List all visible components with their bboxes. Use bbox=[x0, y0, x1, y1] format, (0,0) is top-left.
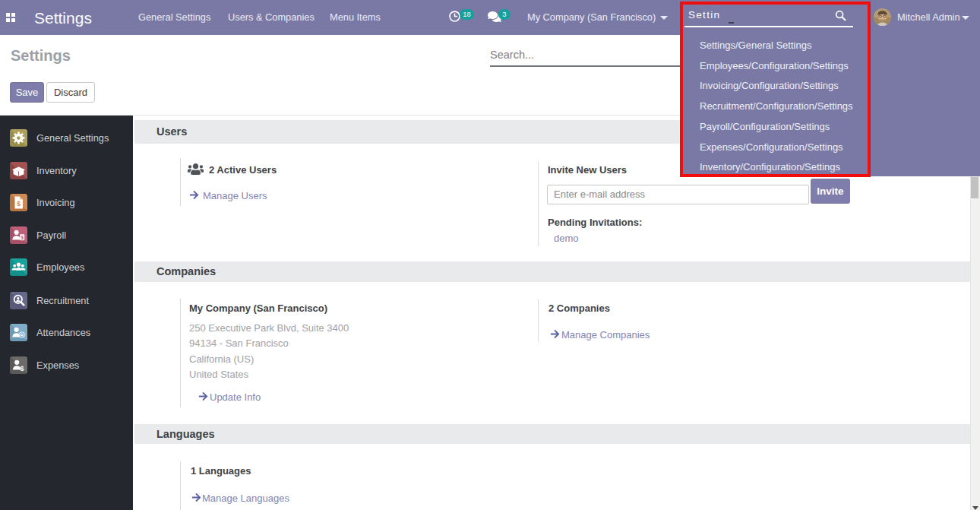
svg-text:$: $ bbox=[20, 365, 24, 372]
svg-text:$: $ bbox=[21, 235, 24, 241]
svg-text:$: $ bbox=[17, 200, 21, 207]
